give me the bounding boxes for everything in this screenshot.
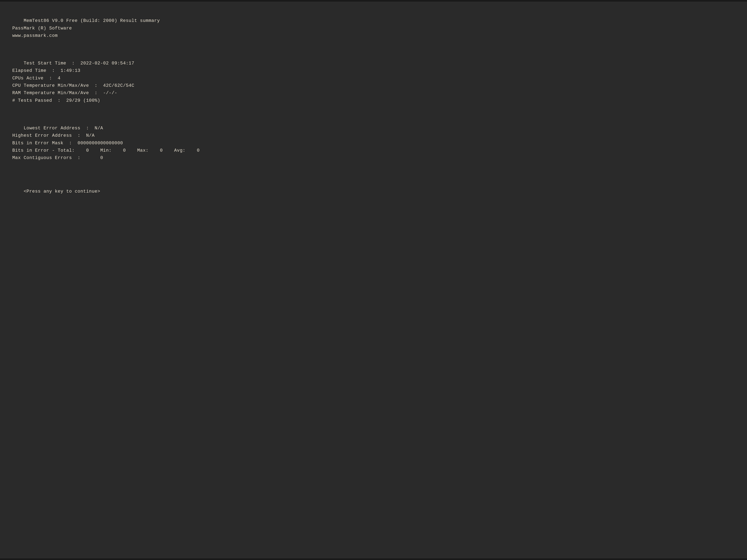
header-line3: www.passmark.com xyxy=(12,33,58,38)
press-any-key-text[interactable]: <Press any key to continue> xyxy=(24,189,100,194)
cpu-temp-value: 42C/62C/54C xyxy=(103,83,134,88)
highest-error-label: Highest Error Address : xyxy=(12,133,86,138)
bits-avg-value: 0 xyxy=(197,148,200,153)
highest-error-value: N/A xyxy=(86,133,95,138)
bits-min-value: 0 xyxy=(123,148,126,153)
test-start-time-label: Test Start Time : xyxy=(24,61,80,66)
header-line1: MemTest86 V9.0 Free (Build: 2000) Result… xyxy=(24,18,160,23)
header-section: MemTest86 V9.0 Free (Build: 2000) Result… xyxy=(12,10,735,47)
test-info-section: Test Start Time : 2022-02-02 09:54:17 El… xyxy=(12,52,735,112)
bits-mask-label: Bits in Error Mask : xyxy=(12,141,78,146)
tests-passed-value: 29/29 (100%) xyxy=(66,98,100,103)
cpus-active-label: CPUs Active : xyxy=(12,76,58,81)
max-contiguous-label: Max Contiguous Errors : xyxy=(12,155,100,160)
ram-temp-value: -/-/- xyxy=(103,90,117,96)
bits-total-label: Bits in Error - Total: xyxy=(12,148,86,153)
elapsed-time-label: Elapsed Time : xyxy=(12,68,60,73)
error-info-section: Lowest Error Address : N/A Highest Error… xyxy=(12,117,735,169)
ram-temp-label: RAM Temperature Min/Max/Ave : xyxy=(12,90,103,96)
lowest-error-label: Lowest Error Address : xyxy=(24,126,95,131)
tests-passed-label: # Tests Passed : xyxy=(12,98,66,103)
max-contiguous-value: 0 xyxy=(100,155,103,160)
cpu-temp-label: CPU Temperature Min/Max/Ave : xyxy=(12,83,103,88)
elapsed-time-value: 1:49:13 xyxy=(60,68,80,73)
terminal-screen: MemTest86 V9.0 Free (Build: 2000) Result… xyxy=(0,0,747,560)
header-line2: PassMark (R) Software xyxy=(12,26,72,31)
lowest-error-value: N/A xyxy=(95,126,103,131)
press-any-key-prompt[interactable]: <Press any key to continue> xyxy=(12,181,735,203)
bits-mask-value: 0000000000000000 xyxy=(78,141,123,146)
bits-total-value: 0 xyxy=(86,148,89,153)
bits-max-value: 0 xyxy=(160,148,163,153)
cpus-active-value: 4 xyxy=(58,76,60,81)
test-start-time-value: 2022-02-02 09:54:17 xyxy=(80,61,134,66)
